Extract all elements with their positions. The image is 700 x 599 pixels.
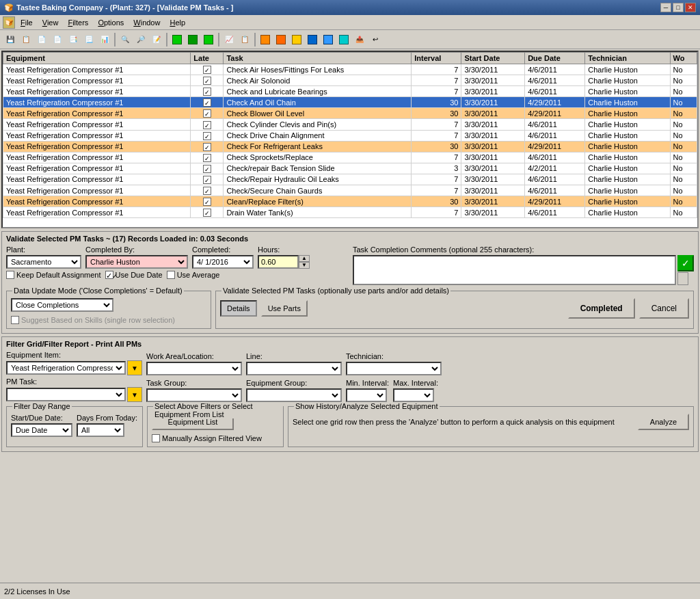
toolbar-orange-2[interactable] [273,32,288,47]
table-row[interactable]: Yeast Refrigeration Compressor #1 Check … [3,75,697,86]
toolbar-btn-5[interactable]: 📑 [66,32,81,47]
close-button[interactable]: ✕ [685,3,696,12]
table-row[interactable]: Yeast Refrigeration Compressor #1 Check/… [3,174,697,185]
pm-task-filter-btn[interactable]: ▼ [127,387,142,402]
hours-input[interactable] [258,255,299,269]
col-technician[interactable]: Technician [585,53,670,64]
late-checkbox[interactable] [203,143,211,151]
menu-filters[interactable]: Filters [64,17,92,28]
toolbar-btn-9[interactable]: 🔎 [133,32,148,47]
toolbar-chart[interactable]: 📈 [221,32,237,47]
late-checkbox[interactable] [203,209,211,217]
completed-select[interactable]: 4/ 1/2016 [192,255,254,269]
use-average-checkbox[interactable]: Use Average [167,271,220,279]
col-start-date[interactable]: Start Date [461,53,525,64]
menu-help[interactable]: Help [165,17,189,28]
toolbar-export[interactable]: 📤 [352,32,367,47]
late-checkbox[interactable] [203,98,211,107]
late-checkbox[interactable] [203,187,211,195]
hours-up[interactable]: ▲ [299,255,310,262]
toolbar-yellow[interactable] [289,32,304,47]
toolbar-green-1[interactable] [170,32,185,47]
details-button[interactable]: Details [220,300,257,317]
col-due-date[interactable]: Due Date [525,53,585,64]
restore-button[interactable]: □ [673,3,684,12]
late-checkbox[interactable] [203,121,211,129]
keep-default-checkbox[interactable]: Keep Default Assignment [6,271,101,279]
menu-file[interactable]: File [16,17,37,28]
table-row[interactable]: Yeast Refrigeration Compressor #1 Check … [3,130,697,141]
hours-down[interactable]: ▼ [299,262,310,269]
toolbar-blue[interactable] [305,32,320,47]
equipment-filter-btn[interactable]: ▼ [127,360,142,375]
table-row[interactable]: Yeast Refrigeration Compressor #1 Check … [3,64,697,75]
toolbar-btn-2[interactable]: 📋 [18,32,33,47]
days-from-today-select[interactable]: All [77,423,124,437]
line-select[interactable] [246,362,342,375]
plant-select[interactable]: Sacramento [6,255,81,269]
toolbar-btn-6[interactable]: 📃 [81,32,96,47]
technician-filter-select[interactable] [346,362,442,375]
col-wo[interactable]: Wo [670,53,697,64]
comment-scrollbar[interactable] [677,272,688,285]
toolbar-btn-10[interactable]: 📝 [149,32,164,47]
toolbar-btn-7[interactable]: 📊 [97,32,112,47]
table-row[interactable]: Yeast Refrigeration Compressor #1 Clean/… [3,196,697,207]
late-checkbox[interactable] [203,176,211,184]
toolbar-btn-4[interactable]: 📄 [50,32,65,47]
table-row[interactable]: Yeast Refrigeration Compressor #1 Check … [3,86,697,97]
pm-task-select[interactable] [6,388,126,401]
hours-spinner[interactable]: ▲ ▼ [299,255,310,269]
manually-assign-checkbox[interactable]: Manually Assign Filtered View [152,434,262,442]
table-row[interactable]: Yeast Refrigeration Compressor #1 Check … [3,97,697,108]
col-task[interactable]: Task [224,53,412,64]
late-checkbox[interactable] [203,165,211,173]
toolbar-orange-1[interactable] [258,32,273,47]
min-interval-select[interactable] [346,388,387,402]
menu-window[interactable]: Window [129,17,164,28]
grid-container[interactable]: Equipment Late Task Interval Start Date … [1,51,699,228]
minimize-button[interactable]: ─ [660,3,671,12]
toolbar-btn-3[interactable]: 📄 [34,32,49,47]
toolbar-back[interactable]: ↩ [368,32,383,47]
cancel-button[interactable]: Cancel [639,298,689,319]
toolbar-blue-2[interactable] [321,32,336,47]
toolbar-green-2[interactable] [185,32,200,47]
col-equipment[interactable]: Equipment [3,53,191,64]
table-row[interactable]: Yeast Refrigeration Compressor #1 Check/… [3,163,697,174]
equipment-item-select[interactable]: Yeast Refrigeration Compressor #1 [6,361,126,375]
late-checkbox[interactable] [203,66,211,74]
data-update-mode-select[interactable]: Close Completions [11,298,113,312]
analyze-button[interactable]: Analyze [638,414,689,430]
col-late[interactable]: Late [191,53,224,64]
toolbar-cyan[interactable] [336,32,351,47]
max-interval-select[interactable] [393,388,434,402]
menu-options[interactable]: Options [94,17,128,28]
late-checkbox[interactable] [203,77,211,85]
table-row[interactable]: Yeast Refrigeration Compressor #1 Check … [3,108,697,119]
toolbar-btn-8[interactable]: 🔍 [118,32,133,47]
toolbar-green-3[interactable] [201,32,216,47]
use-parts-button[interactable]: Use Parts [261,300,308,317]
completed-button[interactable]: Completed [568,298,635,319]
toolbar-report[interactable]: 📋 [237,32,252,47]
green-check-button[interactable]: ✓ [677,255,694,271]
table-row[interactable]: Yeast Refrigeration Compressor #1 Check … [3,141,697,152]
late-checkbox[interactable] [203,88,211,96]
menu-view[interactable]: View [38,17,63,28]
completed-by-select[interactable]: Charlie Huston [85,255,188,269]
table-row[interactable]: Yeast Refrigeration Compressor #1 Check … [3,152,697,163]
suggest-checkbox[interactable]: Suggest Based on Skills (single row sele… [11,316,175,324]
toolbar-btn-1[interactable]: 💾 [3,32,18,47]
task-group-select[interactable] [146,388,242,402]
late-checkbox[interactable] [203,109,211,118]
work-area-select[interactable] [146,362,242,375]
table-row[interactable]: Yeast Refrigeration Compressor #1 Check … [3,119,697,130]
start-due-date-select[interactable]: Due Date [11,423,72,437]
table-row[interactable]: Yeast Refrigeration Compressor #1 Check/… [3,185,697,196]
late-checkbox[interactable] [203,198,211,206]
table-row[interactable]: Yeast Refrigeration Compressor #1 Drain … [3,207,697,218]
equipment-group-select[interactable] [246,388,342,402]
late-checkbox[interactable] [203,154,211,162]
comments-textarea[interactable] [353,255,676,285]
